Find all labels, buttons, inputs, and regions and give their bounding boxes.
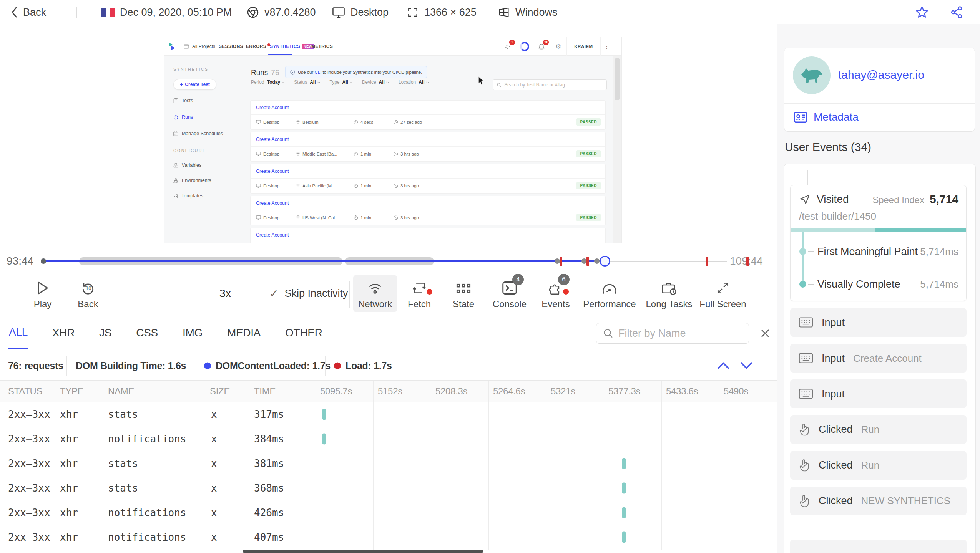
timeline-event-dot — [594, 258, 600, 264]
location-pin-icon — [296, 151, 300, 156]
col-t0: 5095.7s — [320, 386, 352, 397]
col-t4: 5321s — [551, 386, 575, 397]
network-row-5[interactable]: 2xx–3xxxhrnotificationsx407ms — [0, 525, 777, 550]
tab-all[interactable]: ALL — [8, 315, 28, 349]
chrome-icon — [246, 6, 259, 19]
close-panel-button[interactable] — [759, 328, 771, 339]
tab-css[interactable]: CSS — [135, 316, 159, 348]
animal-avatar-icon — [800, 65, 824, 85]
tab-xhr[interactable]: XHR — [51, 316, 75, 348]
run-card: Create Account Desktop Belgium 4 secs 27… — [251, 101, 605, 129]
monitor-icon — [256, 184, 261, 188]
panel-button-long-tasks[interactable]: Long Tasks — [640, 279, 698, 310]
session-replay-screen: Back Dec 09, 2020, 05:10 PM v87.0.4280 D… — [0, 0, 980, 553]
run-name-link: Create Account — [256, 232, 289, 238]
window-icon — [184, 44, 189, 49]
network-row-4[interactable]: 2xx–3xxxhrnotificationsx426ms — [0, 500, 777, 525]
grid-icon — [456, 279, 471, 295]
close-icon — [759, 328, 771, 339]
speed-button[interactable]: 3x — [219, 287, 231, 300]
events-count-badge: 6 — [558, 274, 570, 285]
panel-button-events[interactable]: 6 Events — [527, 279, 585, 310]
network-filter-box[interactable] — [596, 323, 749, 344]
keyboard-icon — [799, 353, 813, 364]
network-row-2[interactable]: 2xx–3xxxhrstatsx381ms — [0, 451, 777, 476]
player-timeline[interactable]: 93:44 109:44 — [0, 248, 777, 274]
metadata-button[interactable]: Metadata — [794, 111, 859, 123]
tab-metrics: METRICS — [311, 37, 333, 56]
status-badge: PASSED — [576, 150, 601, 157]
timeline-remaining-track[interactable] — [605, 261, 727, 262]
request-timing-bar — [322, 409, 326, 420]
event-card-input[interactable]: InputCreate Account — [790, 344, 967, 373]
status-badge: PASSED — [576, 118, 601, 126]
file-code-icon — [173, 193, 178, 199]
share-button[interactable] — [949, 0, 964, 24]
jump-previous-button[interactable] — [716, 361, 731, 371]
sidebar-item-templates: Templates — [173, 193, 203, 199]
col-t6: 5433.6s — [666, 386, 698, 397]
more-menu: ⋮ — [600, 37, 613, 56]
user-email-link[interactable]: tahay@asayer.io — [838, 68, 924, 81]
visited-event-card[interactable]: Visited Speed Index 5,714 /test-builder/… — [790, 185, 967, 301]
network-horizontal-scrollbar[interactable] — [243, 550, 483, 553]
network-row-3[interactable]: 2xx–3xxxhrstatsx368ms — [0, 476, 777, 500]
network-filter-input[interactable] — [618, 328, 742, 339]
requests-count: 76: requests — [8, 360, 63, 371]
back-10s-button[interactable]: 10 Back — [59, 279, 117, 310]
sidebar-divider — [169, 142, 242, 142]
panel-button-performance[interactable]: Performance — [581, 279, 638, 310]
tab-other[interactable]: OTHER — [284, 316, 323, 348]
gear-icon: ⚙ — [555, 43, 561, 51]
tab-js[interactable]: JS — [98, 316, 112, 348]
stopwatch-icon — [173, 114, 178, 120]
check-icon: ✓ — [269, 287, 278, 300]
run-name-link: Create Account — [256, 200, 289, 206]
event-card-clicked[interactable]: ClickedRun — [790, 451, 967, 480]
resolution: 1366 × 625 — [406, 0, 477, 24]
network-row-1[interactable]: 2xx–3xxxhrnotificationsx384ms — [0, 427, 777, 451]
visited-title: Visited — [799, 193, 849, 205]
back-button[interactable]: Back — [10, 0, 46, 24]
player-controls: Play 10 Back 3x ✓ Skip Inactivity Networ… — [0, 274, 777, 313]
dom-content-loaded: DOMContentLoaded: 1.7s — [204, 360, 331, 371]
timeline-played-track[interactable] — [43, 260, 605, 262]
active-tab-underline — [268, 54, 292, 55]
chevron-up-icon — [716, 361, 731, 371]
event-card-input[interactable]: Input — [790, 379, 967, 408]
chevron-left-icon — [10, 6, 18, 18]
tab-media[interactable]: MEDIA — [226, 316, 261, 348]
chevron-down-icon — [739, 361, 754, 371]
event-card-input[interactable]: Input — [790, 308, 967, 337]
event-card-partial[interactable] — [790, 540, 967, 553]
clipboard-icon — [173, 98, 178, 103]
captured-app-scrollbar — [613, 56, 621, 243]
event-card-clicked[interactable]: ClickedNEW SYNTHETICS — [790, 487, 967, 515]
metric-timeline-line — [802, 232, 804, 284]
favorite-button[interactable] — [914, 0, 930, 24]
col-size: SIZE — [210, 386, 230, 397]
timeline-scrubber-handle[interactable] — [600, 256, 610, 267]
user-name-label: KRAIEM — [574, 44, 593, 49]
skip-inactivity-toggle[interactable]: ✓ Skip Inactivity — [269, 287, 348, 300]
jump-next-button[interactable] — [739, 361, 754, 371]
clock-icon — [394, 184, 398, 188]
col-time: TIME — [254, 386, 276, 397]
cli-link: CLI — [314, 70, 321, 75]
user-menu: KRAIEM — [566, 37, 600, 56]
col-t5: 5377.3s — [608, 386, 640, 397]
panel-button-full-screen[interactable]: Full Screen — [694, 279, 752, 310]
timeline-error-marker — [746, 257, 749, 266]
fullscreen-icon — [716, 279, 730, 295]
col-t7: 5490s — [724, 386, 748, 397]
event-card-clicked[interactable]: ClickedRun — [790, 415, 967, 444]
timeline-start-dot — [41, 258, 46, 264]
request-timing-bar — [622, 532, 626, 543]
location-pin-icon — [296, 119, 300, 124]
request-timing-bar — [622, 507, 626, 518]
paint-progress-bar — [791, 228, 966, 232]
network-row-0[interactable]: 2xx–3xxxhrstatsx317ms — [0, 402, 777, 427]
tab-img[interactable]: IMG — [182, 316, 203, 348]
metric-dot — [799, 281, 806, 288]
run-name-link: Create Account — [256, 169, 289, 174]
